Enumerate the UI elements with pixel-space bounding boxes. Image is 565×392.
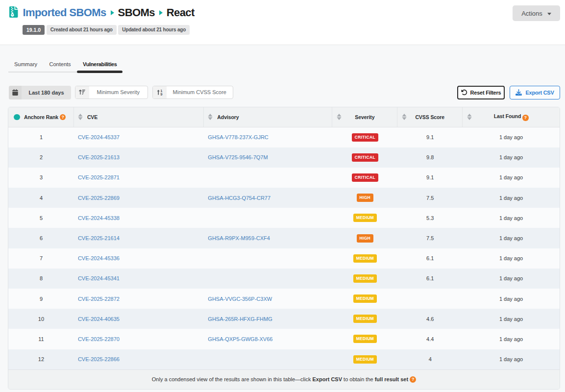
svg-text:9: 9 — [160, 92, 162, 96]
